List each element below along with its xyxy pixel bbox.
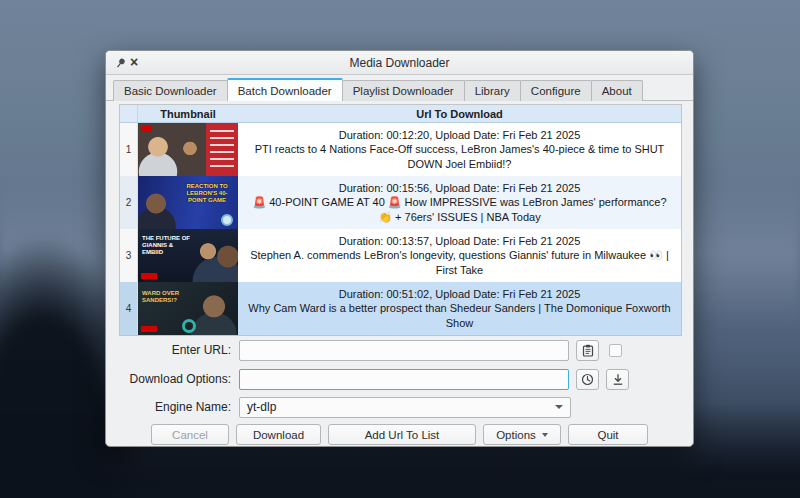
tab-library[interactable]: Library [464, 80, 521, 101]
url-cell[interactable]: Duration: 00:51:02, Upload Date: Fri Feb… [238, 282, 681, 335]
table-row[interactable]: 3 THE FUTURE OF GIANNIS & EMBIID Duratio… [120, 229, 681, 282]
row-number: 2 [120, 176, 138, 229]
download-options-row: Download Options: [116, 368, 683, 390]
duration-line: Duration: 00:51:02, Upload Date: Fri Feb… [246, 287, 673, 302]
url-input[interactable] [239, 340, 569, 361]
title-line: Stephen A. commends LeBron's longevity, … [246, 248, 673, 277]
thumbnail-caption: WARD OVER SANDERS!? [142, 290, 188, 304]
paste-clipboard-button[interactable] [576, 340, 599, 361]
url-cell[interactable]: Duration: 00:15:56, Upload Date: Fri Feb… [238, 176, 681, 229]
row-number: 4 [120, 282, 138, 335]
tab-batch-downloader[interactable]: Batch Downloader [227, 78, 343, 101]
url-cell[interactable]: Duration: 00:13:57, Upload Date: Fri Feb… [238, 229, 681, 282]
chevron-down-icon [542, 433, 548, 437]
download-button[interactable]: Download [236, 424, 321, 445]
engine-select-value: yt-dlp [247, 400, 276, 414]
thumbnail-graphic-text [210, 130, 234, 170]
engine-name-row: Engine Name: yt-dlp [116, 396, 683, 418]
media-downloader-window: × Media Downloader Basic Downloader Batc… [105, 50, 694, 447]
col-header-thumbnail[interactable]: Thumbnail [138, 108, 238, 120]
table-header: Thumbnail Url To Download [120, 105, 681, 123]
table-row[interactable]: 1 Duration: 00:12:20, Upload Date: Fri F… [120, 123, 681, 176]
nba-today-logo [221, 214, 233, 226]
chevron-down-icon [555, 405, 563, 409]
show-ring-logo [182, 319, 196, 333]
engine-select[interactable]: yt-dlp [239, 397, 571, 418]
video-thumbnail: REACTION TO LEBRON'S 40-POINT GAME [138, 176, 238, 229]
thumbnail-caption: REACTION TO LEBRON'S 40-POINT GAME [178, 183, 236, 204]
table-corner [120, 105, 138, 122]
table-row-selected[interactable]: 4 WARD OVER SANDERS!? Duration: 00:51:02… [120, 282, 681, 335]
thumbnail-caption: THE FUTURE OF GIANNIS & EMBIID [142, 235, 194, 256]
url-cell[interactable]: Duration: 00:12:20, Upload Date: Fri Feb… [238, 123, 681, 176]
duration-line: Duration: 00:15:56, Upload Date: Fri Feb… [246, 181, 673, 196]
title-line: 🚨 40-POINT GAME AT 40 🚨 How IMPRESSIVE w… [246, 195, 673, 224]
history-button[interactable] [576, 369, 599, 390]
video-thumbnail: THE FUTURE OF GIANNIS & EMBIID [138, 229, 238, 282]
duration-line: Duration: 00:12:20, Upload Date: Fri Feb… [246, 128, 673, 143]
espn-logo [141, 326, 157, 332]
download-icon [612, 373, 624, 386]
tab-configure[interactable]: Configure [520, 80, 592, 101]
clipboard-icon [582, 344, 594, 357]
row-number: 1 [120, 123, 138, 176]
duration-line: Duration: 00:13:57, Upload Date: Fri Feb… [246, 234, 673, 249]
quit-button[interactable]: Quit [568, 424, 648, 445]
video-thumbnail: WARD OVER SANDERS!? [138, 282, 238, 335]
options-button[interactable]: Options [483, 424, 561, 445]
title-line: PTI reacts to 4 Nations Face-Off success… [246, 142, 673, 171]
url-table: Thumbnail Url To Download 1 Duration: 00… [119, 104, 682, 336]
url-checkbox[interactable] [609, 344, 622, 357]
row-number: 3 [120, 229, 138, 282]
enter-url-row: Enter URL: [116, 339, 683, 361]
clock-icon [581, 373, 594, 386]
titlebar[interactable]: × Media Downloader [106, 51, 693, 75]
action-button-row: Cancel Download Add Url To List Options … [151, 424, 648, 445]
enter-url-label: Enter URL: [116, 343, 231, 357]
options-download-button[interactable] [606, 369, 629, 390]
table-row[interactable]: 2 REACTION TO LEBRON'S 40-POINT GAME Dur… [120, 176, 681, 229]
espn-logo [141, 273, 157, 279]
download-options-label: Download Options: [116, 372, 231, 386]
tab-about[interactable]: About [591, 80, 643, 101]
title-line: Why Cam Ward is a better prospect than S… [246, 301, 673, 330]
show-logo [141, 126, 152, 132]
options-button-label: Options [496, 429, 536, 441]
video-thumbnail [138, 123, 238, 176]
tab-basic-downloader[interactable]: Basic Downloader [113, 80, 228, 101]
tab-playlist-downloader[interactable]: Playlist Downloader [342, 80, 465, 101]
desktop-background: × Media Downloader Basic Downloader Batc… [0, 0, 800, 498]
cancel-button[interactable]: Cancel [151, 424, 229, 445]
engine-name-label: Engine Name: [116, 400, 231, 414]
window-title: Media Downloader [106, 51, 693, 75]
col-header-url[interactable]: Url To Download [238, 108, 681, 120]
add-url-to-list-button[interactable]: Add Url To List [328, 424, 476, 445]
tab-bar: Basic Downloader Batch Downloader Playli… [113, 78, 642, 101]
download-options-input[interactable] [239, 369, 569, 390]
